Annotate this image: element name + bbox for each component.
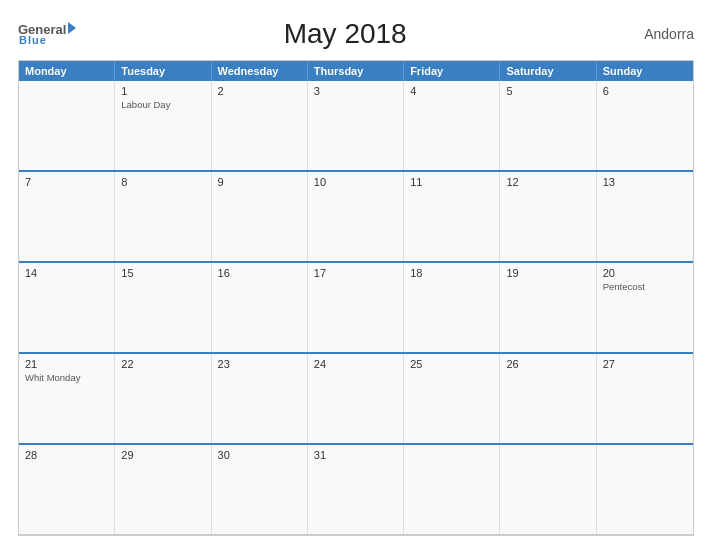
- cal-cell: 2: [212, 81, 308, 170]
- cal-cell: 25: [404, 354, 500, 443]
- cal-cell: 18: [404, 263, 500, 352]
- cal-cell: 31: [308, 445, 404, 534]
- logo: General Blue: [18, 22, 76, 46]
- cal-cell: 12: [500, 172, 596, 261]
- cal-cell: 6: [597, 81, 693, 170]
- cal-cell: 29: [115, 445, 211, 534]
- cal-cell: 9: [212, 172, 308, 261]
- cal-cell: 4: [404, 81, 500, 170]
- day-number: 21: [25, 358, 108, 370]
- cal-cell: 21Whit Monday: [19, 354, 115, 443]
- day-number: 13: [603, 176, 687, 188]
- cal-cell: 13: [597, 172, 693, 261]
- day-event: Labour Day: [121, 99, 204, 110]
- cal-cell: 7: [19, 172, 115, 261]
- cal-cell: 30: [212, 445, 308, 534]
- cal-cell: [597, 445, 693, 534]
- cal-cell: 3: [308, 81, 404, 170]
- day-number: 3: [314, 85, 397, 97]
- day-number: 30: [218, 449, 301, 461]
- col-header-saturday: Saturday: [500, 61, 596, 81]
- day-number: 7: [25, 176, 108, 188]
- day-number: 14: [25, 267, 108, 279]
- day-number: 6: [603, 85, 687, 97]
- day-number: 16: [218, 267, 301, 279]
- day-event: Whit Monday: [25, 372, 108, 383]
- logo-triangle-icon: [68, 22, 76, 34]
- day-number: 22: [121, 358, 204, 370]
- cal-cell: 16: [212, 263, 308, 352]
- cal-cell: 8: [115, 172, 211, 261]
- calendar-page: General Blue May 2018 Andorra MondayTues…: [0, 0, 712, 550]
- day-number: 19: [506, 267, 589, 279]
- col-header-friday: Friday: [404, 61, 500, 81]
- cal-cell: 10: [308, 172, 404, 261]
- col-header-thursday: Thursday: [308, 61, 404, 81]
- country-label: Andorra: [614, 26, 694, 42]
- day-number: 28: [25, 449, 108, 461]
- cal-cell: 20Pentecost: [597, 263, 693, 352]
- week-row-4: 21Whit Monday222324252627: [19, 354, 693, 445]
- col-header-sunday: Sunday: [597, 61, 693, 81]
- day-number: 27: [603, 358, 687, 370]
- week-row-3: 14151617181920Pentecost: [19, 263, 693, 354]
- week-row-5: 28293031: [19, 445, 693, 535]
- day-number: 12: [506, 176, 589, 188]
- calendar-grid: MondayTuesdayWednesdayThursdayFridaySatu…: [18, 60, 694, 536]
- cal-cell: 14: [19, 263, 115, 352]
- day-number: 20: [603, 267, 687, 279]
- cal-cell: 19: [500, 263, 596, 352]
- cal-cell: 22: [115, 354, 211, 443]
- calendar-body: 1Labour Day23456789101112131415161718192…: [19, 81, 693, 535]
- week-row-1: 1Labour Day23456: [19, 81, 693, 172]
- day-number: 17: [314, 267, 397, 279]
- day-event: Pentecost: [603, 281, 687, 292]
- cal-cell: 11: [404, 172, 500, 261]
- day-number: 1: [121, 85, 204, 97]
- day-number: 26: [506, 358, 589, 370]
- day-number: 9: [218, 176, 301, 188]
- cal-cell: 26: [500, 354, 596, 443]
- cal-cell: [19, 81, 115, 170]
- day-number: 5: [506, 85, 589, 97]
- day-number: 2: [218, 85, 301, 97]
- cal-cell: [404, 445, 500, 534]
- cal-cell: 15: [115, 263, 211, 352]
- day-number: 24: [314, 358, 397, 370]
- calendar-header-row: MondayTuesdayWednesdayThursdayFridaySatu…: [19, 61, 693, 81]
- calendar-title: May 2018: [76, 18, 614, 50]
- day-number: 11: [410, 176, 493, 188]
- col-header-wednesday: Wednesday: [212, 61, 308, 81]
- cal-cell: 27: [597, 354, 693, 443]
- cal-cell: [500, 445, 596, 534]
- day-number: 4: [410, 85, 493, 97]
- day-number: 29: [121, 449, 204, 461]
- day-number: 10: [314, 176, 397, 188]
- day-number: 23: [218, 358, 301, 370]
- cal-cell: 1Labour Day: [115, 81, 211, 170]
- cal-cell: 17: [308, 263, 404, 352]
- logo-blue-text: Blue: [19, 34, 47, 46]
- week-row-2: 78910111213: [19, 172, 693, 263]
- day-number: 25: [410, 358, 493, 370]
- cal-cell: 24: [308, 354, 404, 443]
- day-number: 15: [121, 267, 204, 279]
- col-header-tuesday: Tuesday: [115, 61, 211, 81]
- day-number: 18: [410, 267, 493, 279]
- day-number: 31: [314, 449, 397, 461]
- cal-cell: 23: [212, 354, 308, 443]
- day-number: 8: [121, 176, 204, 188]
- cal-cell: 28: [19, 445, 115, 534]
- header: General Blue May 2018 Andorra: [18, 18, 694, 50]
- cal-cell: 5: [500, 81, 596, 170]
- col-header-monday: Monday: [19, 61, 115, 81]
